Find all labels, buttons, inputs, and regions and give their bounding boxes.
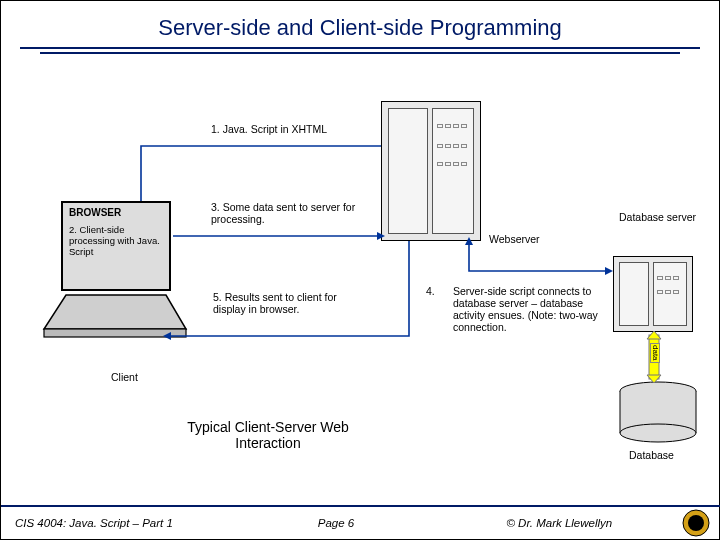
footer-course: CIS 4004: Java. Script – Part 1 — [1, 517, 224, 529]
svg-point-14 — [688, 515, 704, 531]
diagram-caption: Typical Client-Server Web Interaction — [163, 419, 373, 451]
slide: Server-side and Client-side Programming … — [0, 0, 720, 540]
diagram-area: 1. Java. Script in XHTML Webserver — [1, 81, 720, 461]
footer-author: © Dr. Mark Llewellyn — [448, 517, 671, 529]
arrow-data — [1, 81, 720, 461]
title-rule-1 — [20, 47, 700, 49]
slide-title: Server-side and Client-side Programming — [1, 1, 719, 47]
data-label: data — [650, 343, 660, 363]
slide-footer: CIS 4004: Java. Script – Part 1 Page 6 ©… — [1, 505, 720, 539]
title-rule-2 — [40, 52, 680, 54]
ucf-logo-icon — [671, 508, 720, 538]
footer-page: Page 6 — [224, 517, 447, 529]
